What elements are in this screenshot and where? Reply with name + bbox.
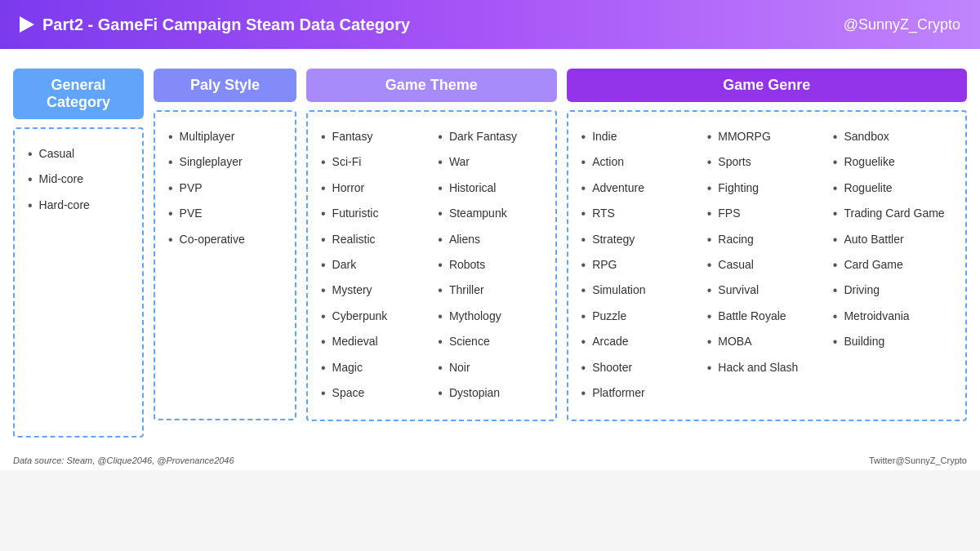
list-item: Shooter: [581, 356, 701, 381]
genre-box: IndieActionAdventureRTSStrategyRPGSimula…: [567, 110, 967, 421]
list-item: Roguelike: [833, 150, 952, 176]
list-item: Aliens: [438, 228, 541, 253]
list-item: Multiplayer: [168, 125, 282, 150]
list-item: Dark Fantasy: [438, 125, 541, 150]
general-list: CasualMid-coreHard-core: [28, 142, 129, 219]
list-item: Battle Royale: [707, 304, 826, 330]
list-item: Singleplayer: [168, 150, 282, 176]
list-item: Adventure: [581, 176, 701, 202]
list-item: Robots: [438, 253, 541, 278]
list-item: RTS: [581, 202, 701, 227]
list-item: Auto Battler: [833, 228, 952, 253]
header-handle: @SunnyZ_Crypto: [844, 16, 960, 33]
list-item: Indie: [581, 125, 701, 150]
list-item: Mid-core: [28, 167, 129, 193]
theme-col2: Dark FantasyWarHistoricalSteampunkAliens…: [438, 125, 541, 407]
list-item: Sci-Fi: [321, 150, 425, 176]
column-genre: Game Genre IndieActionAdventureRTSStrate…: [567, 69, 967, 421]
footer-source: Data source: Steam, @Clique2046, @Proven…: [13, 455, 234, 465]
list-item: Fighting: [707, 176, 826, 202]
list-item: Strategy: [581, 228, 701, 253]
list-item: Noir: [438, 356, 541, 381]
list-item: Science: [438, 330, 541, 355]
list-item: Futuristic: [321, 202, 425, 227]
list-item: PVP: [168, 176, 282, 202]
genre-col2: MMORPGSportsFightingFPSRacingCasualSurvi…: [707, 125, 826, 407]
theme-header: Game Theme: [306, 69, 557, 102]
list-item: Horror: [321, 176, 425, 202]
list-item: MMORPG: [707, 125, 826, 150]
column-general: General Category CasualMid-coreHard-core: [13, 69, 144, 438]
footer-twitter: Twitter@SunnyZ_Crypto: [869, 455, 967, 465]
play-header: Paly Style: [154, 69, 296, 102]
list-item: RPG: [581, 253, 701, 278]
theme-list-1: FantasySci-FiHorrorFuturisticRealisticDa…: [321, 125, 425, 407]
list-item: Building: [833, 330, 952, 355]
list-item: Sports: [707, 150, 826, 176]
genre-header: Game Genre: [567, 69, 967, 102]
list-item: Magic: [321, 356, 425, 381]
genre-col1: IndieActionAdventureRTSStrategyRPGSimula…: [581, 125, 701, 407]
play-list: MultiplayerSingleplayerPVPPVECo-operativ…: [168, 125, 282, 253]
genre-list-1: IndieActionAdventureRTSStrategyRPGSimula…: [581, 125, 701, 407]
general-box: CasualMid-coreHard-core: [13, 127, 144, 438]
list-item: Card Game: [833, 253, 952, 278]
list-item: Survival: [707, 278, 826, 304]
list-item: Trading Card Game: [833, 202, 952, 227]
theme-list-2: Dark FantasyWarHistoricalSteampunkAliens…: [438, 125, 541, 407]
list-item: Cyberpunk: [321, 304, 425, 330]
list-item: Steampunk: [438, 202, 541, 227]
list-item: PVE: [168, 202, 282, 227]
theme-col1: FantasySci-FiHorrorFuturisticRealisticDa…: [321, 125, 425, 407]
list-item: Casual: [28, 142, 129, 167]
list-item: Hack and Slash: [707, 356, 826, 381]
list-item: Arcade: [581, 330, 701, 355]
list-item: Thriller: [438, 278, 541, 304]
list-item: Metroidvania: [833, 304, 952, 330]
genre-inner: IndieActionAdventureRTSStrategyRPGSimula…: [581, 125, 952, 407]
list-item: Space: [321, 381, 425, 407]
list-item: Simulation: [581, 278, 701, 304]
genre-list-3: SandboxRoguelikeRogueliteTrading Card Ga…: [833, 125, 952, 356]
list-item: MOBA: [707, 330, 826, 355]
footer: Data source: Steam, @Clique2046, @Proven…: [0, 447, 980, 470]
list-item: Fantasy: [321, 125, 425, 150]
list-item: Sandbox: [833, 125, 952, 150]
genre-col3: SandboxRoguelikeRogueliteTrading Card Ga…: [833, 125, 952, 407]
column-theme: Game Theme FantasySci-FiHorrorFuturistic…: [306, 69, 557, 421]
list-item: Casual: [707, 253, 826, 278]
theme-inner: FantasySci-FiHorrorFuturisticRealisticDa…: [321, 125, 542, 407]
list-item: Puzzle: [581, 304, 701, 330]
list-item: Racing: [707, 228, 826, 253]
list-item: Dystopian: [438, 381, 541, 407]
list-item: Platformer: [581, 381, 701, 407]
list-item: Co-operative: [168, 228, 282, 253]
list-item: Action: [581, 150, 701, 176]
list-item: Roguelite: [833, 176, 952, 202]
general-header: General Category: [13, 69, 144, 119]
list-item: Dark: [321, 253, 425, 278]
list-item: Driving: [833, 278, 952, 304]
main-content: General Category CasualMid-coreHard-core…: [0, 49, 980, 447]
page-header: Part2 - GameFi Campaign Steam Data Categ…: [0, 0, 980, 49]
theme-box: FantasySci-FiHorrorFuturisticRealisticDa…: [306, 110, 557, 421]
list-item: FPS: [707, 202, 826, 227]
header-left: Part2 - GameFi Campaign Steam Data Categ…: [20, 16, 410, 34]
play-box: MultiplayerSingleplayerPVPPVECo-operativ…: [154, 110, 296, 420]
genre-list-2: MMORPGSportsFightingFPSRacingCasualSurvi…: [707, 125, 826, 381]
list-item: Historical: [438, 176, 541, 202]
list-item: Realistic: [321, 228, 425, 253]
list-item: Hard-core: [28, 193, 129, 219]
header-title: Part2 - GameFi Campaign Steam Data Categ…: [42, 16, 410, 34]
list-item: War: [438, 150, 541, 176]
list-item: Mystery: [321, 278, 425, 304]
list-item: Medieval: [321, 330, 425, 355]
list-item: Mythology: [438, 304, 541, 330]
column-play: Paly Style MultiplayerSingleplayerPVPPVE…: [154, 69, 296, 420]
columns-container: General Category CasualMid-coreHard-core…: [13, 69, 967, 438]
play-icon: [20, 16, 34, 33]
